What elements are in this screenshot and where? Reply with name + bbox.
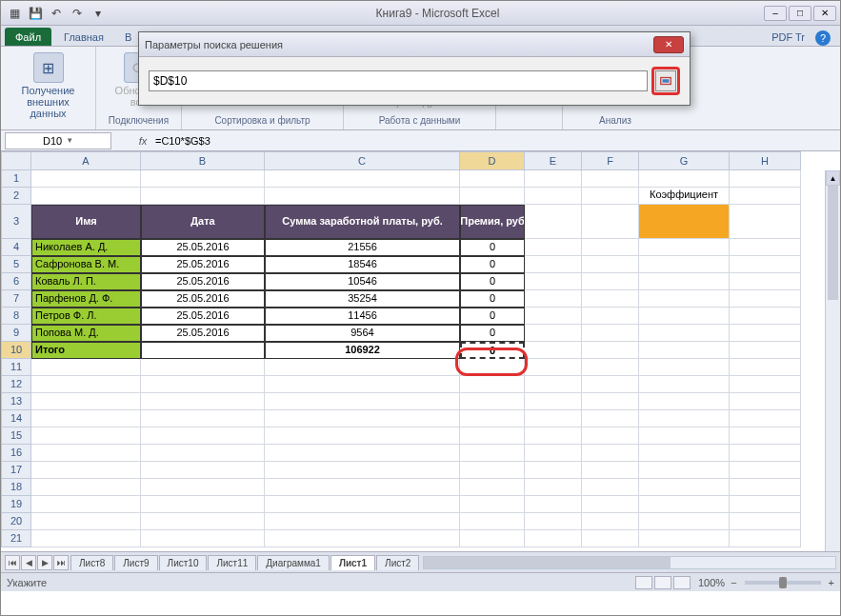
zoom-slider[interactable] [745,581,821,585]
zoom-in-icon[interactable]: + [829,577,834,588]
col-header-E[interactable]: E [525,151,582,170]
select-all-corner[interactable] [1,151,31,170]
vertical-scrollbar[interactable]: ▲ [825,170,840,551]
database-icon: ⊞ [33,52,64,83]
cell-coef-label[interactable]: Коэффициент [639,188,730,205]
horizontal-scrollbar[interactable] [423,556,836,569]
connections-group-label: Подключения [109,115,169,126]
view-page-break-icon[interactable] [673,576,691,589]
cell-coef-value[interactable] [639,205,730,239]
help-icon[interactable]: ? [815,30,831,46]
cell-D10-selected[interactable]: 0 [460,342,525,359]
sheet-tab[interactable]: Лист8 [70,555,113,570]
close-button[interactable]: ✕ [813,6,836,21]
sheet-nav-first-icon[interactable]: ⏮ [5,555,20,570]
maximize-button[interactable]: □ [789,6,811,21]
sheet-tab-active[interactable]: Лист1 [330,555,375,570]
save-icon[interactable]: 💾 [28,6,43,21]
row-header[interactable]: 19 [1,496,31,513]
get-external-label: Получение внешних данных [10,85,86,119]
formula-bar[interactable] [151,133,840,149]
expand-icon [659,74,672,88]
row-header[interactable]: 3 [1,205,31,239]
row-header[interactable]: 21 [1,530,31,547]
zoom-out-icon[interactable]: − [731,577,736,588]
row-header[interactable]: 20 [1,513,31,530]
name-box[interactable]: D10▼ [5,132,111,149]
qat-more-icon[interactable]: ▾ [90,6,106,21]
analysis-group-label: Анализ [599,115,631,126]
row-header[interactable]: 5 [1,256,31,273]
row-header[interactable]: 14 [1,410,31,427]
col-header-F[interactable]: F [582,151,639,170]
row-header[interactable]: 6 [1,273,31,290]
row-header[interactable]: 15 [1,427,31,445]
col-header-C[interactable]: C [265,151,460,170]
row-header[interactable]: 9 [1,325,31,342]
row-header[interactable]: 16 [1,445,31,462]
row-header[interactable]: 18 [1,479,31,496]
undo-icon[interactable]: ↶ [49,6,64,21]
solver-dialog: Параметры поиска решения ✕ [138,31,691,106]
row-header[interactable]: 8 [1,308,31,325]
excel-icon: ▦ [7,6,22,21]
row-header[interactable]: 17 [1,462,31,479]
datawork-group-label: Работа с данными [379,115,461,126]
col-header-D[interactable]: D [460,151,525,170]
cell-header-name[interactable]: Имя [31,205,141,239]
sheet-tab[interactable]: Лист10 [159,555,208,570]
dialog-title: Параметры поиска решения [145,39,653,50]
tab-home[interactable]: Главная [53,28,114,46]
row-header[interactable]: 7 [1,290,31,308]
window-title: Книга9 - Microsoft Excel [111,7,764,20]
cell-total-salary[interactable]: 106922 [265,342,460,359]
sortfilter-group-label: Сортировка и фильтр [214,115,310,126]
worksheet-grid[interactable]: A B C D E F G H 1 2Коэффициент 3ИмяДатаС… [1,151,840,551]
expand-dialog-button[interactable] [655,70,676,91]
view-normal-icon[interactable] [635,576,652,589]
sheet-nav-last-icon[interactable]: ⏭ [53,555,69,570]
col-header-H[interactable]: H [730,151,801,170]
row-header[interactable]: 12 [1,376,31,393]
col-header-A[interactable]: A [31,151,141,170]
cell-header-date[interactable]: Дата [141,205,265,239]
status-text: Укажите [7,577,47,588]
cell-header-salary[interactable]: Сумма заработной платы, руб. [265,205,460,239]
dialog-close-button[interactable]: ✕ [653,36,684,53]
svg-rect-1 [663,79,670,83]
row-header[interactable]: 4 [1,239,31,256]
zoom-level[interactable]: 100% [698,577,725,588]
tab-file[interactable]: Файл [5,28,51,46]
get-external-data-button[interactable]: ⊞ Получение внешних данных [9,50,88,121]
tab-pdf[interactable]: PDF Tr [761,28,815,46]
annotation-highlight-expand-button [651,67,680,95]
redo-icon[interactable]: ↷ [70,6,85,21]
row-header[interactable]: 11 [1,359,31,376]
cell-name[interactable]: Николаев А. Д. [31,239,141,256]
minimize-button[interactable]: – [764,6,787,21]
sheet-tab[interactable]: Лист9 [114,555,157,570]
col-header-G[interactable]: G [639,151,730,170]
col-header-B[interactable]: B [141,151,265,170]
sheet-tab[interactable]: Лист2 [376,555,419,570]
fx-icon[interactable]: fx [134,132,151,149]
sheet-tab[interactable]: Диаграмма1 [257,555,330,570]
solver-target-input[interactable] [149,70,648,91]
row-header[interactable]: 1 [1,170,31,188]
sheet-nav-next-icon[interactable]: ▶ [37,555,52,570]
sheet-nav-prev-icon[interactable]: ◀ [21,555,36,570]
sheet-tab[interactable]: Лист11 [208,555,256,570]
cell-total-label[interactable]: Итого [31,342,141,359]
row-header[interactable]: 10 [1,342,31,359]
cell-header-bonus[interactable]: Премия, руб [460,205,525,239]
row-header[interactable]: 13 [1,393,31,410]
row-header[interactable]: 2 [1,188,31,205]
namebox-dropdown-icon[interactable]: ▼ [66,136,73,145]
view-page-layout-icon[interactable] [654,576,671,589]
